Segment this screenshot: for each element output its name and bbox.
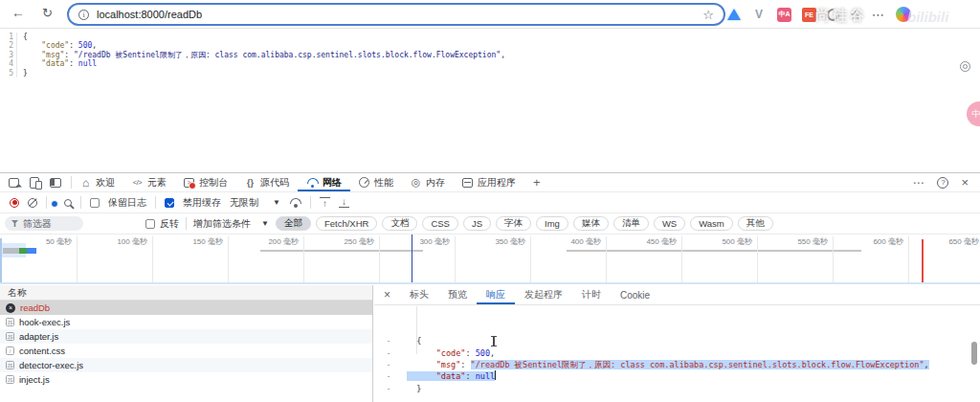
devtools-tab-label: 网络	[323, 176, 342, 190]
error-icon: ×	[6, 303, 15, 313]
response-viewer[interactable]: - {- "code": 500,- "msg": "/readDb 被Sent…	[374, 306, 980, 402]
favorites-hub-icon[interactable]: ☆	[850, 8, 861, 22]
detail-tab-标头[interactable]: 标头	[400, 285, 438, 304]
throttling-dropdown-arrow-icon[interactable]: ▼	[273, 198, 280, 207]
json-token: "/readDb 被Sentinel限制了，原因: class com.alib…	[471, 360, 924, 369]
json-token: :	[465, 371, 475, 381]
filter-chip-字体[interactable]: 字体	[496, 216, 531, 231]
invert-filter-group: 反转	[145, 217, 179, 231]
filter-chip-全部[interactable]: 全部	[276, 216, 311, 231]
address-bar[interactable]: i localhost:8000/readDb ☆	[67, 3, 725, 26]
json-token: "data"	[436, 371, 466, 381]
more-filters-dropdown[interactable]: 增加筛选条件 ▼	[193, 217, 269, 231]
close-detail-icon[interactable]: ×	[374, 285, 400, 304]
network-icon	[306, 177, 318, 189]
url-text[interactable]: localhost:8000/readDb	[97, 9, 202, 20]
devtools-tab-网络[interactable]: 网络	[298, 173, 350, 191]
timeline-tick-label: 650 毫秒	[948, 236, 979, 247]
search-icon[interactable]	[64, 199, 72, 207]
throttling-select[interactable]: 无限制	[230, 196, 258, 210]
json-token: :	[69, 59, 78, 68]
export-har-icon[interactable]: ↓	[339, 197, 349, 208]
inspect-element-icon[interactable]	[9, 178, 19, 188]
browser-toolbar: ← ↻ i localhost:8000/readDb ☆ V 中A FE ☆ …	[0, 0, 980, 29]
filter-chip-Fetch/XHR[interactable]: Fetch/XHR	[316, 216, 377, 231]
json-token	[23, 59, 41, 68]
request-row-detector-exec.js[interactable]: JSdetector-exec.js	[0, 358, 372, 372]
devtools-tab-label: 元素	[147, 176, 167, 190]
devtools-tab-控制台[interactable]: 控制台	[175, 173, 236, 191]
back-icon[interactable]: ←	[11, 5, 25, 20]
request-row-readDb[interactable]: ×readDb	[0, 301, 372, 315]
site-info-icon[interactable]: i	[78, 10, 89, 20]
filter-chip-其他[interactable]: 其他	[738, 216, 773, 231]
detail-tab-计时[interactable]: 计时	[572, 285, 611, 304]
css-file-icon: /	[6, 346, 14, 355]
request-row-hook-exec.js[interactable]: JShook-exec.js	[0, 315, 372, 329]
json-viewer-settings-gear-icon[interactable]	[960, 61, 970, 72]
refresh-icon[interactable]: ↻	[42, 6, 53, 20]
more-tabs-button[interactable]: +	[524, 173, 549, 191]
import-har-icon[interactable]: ↑	[320, 197, 330, 208]
filter-input[interactable]: 筛选器	[5, 216, 83, 231]
home-icon	[80, 177, 91, 189]
disable-cache-checkbox[interactable]	[165, 198, 174, 208]
filter-chip-WS[interactable]: WS	[654, 216, 685, 231]
filter-chip-媒体[interactable]: 媒体	[573, 216, 609, 231]
request-name: readDb	[20, 302, 50, 313]
dock-side-icon[interactable]	[50, 178, 61, 188]
clear-network-log-button[interactable]	[28, 198, 37, 208]
line-number: 1	[4, 33, 17, 41]
invert-checkbox[interactable]	[145, 219, 155, 229]
name-column-header[interactable]: 名称	[0, 285, 372, 301]
copilot-icon[interactable]	[896, 7, 911, 22]
invert-label: 反转	[160, 217, 179, 231]
detail-tab-Cookie[interactable]: Cookie	[611, 285, 659, 304]
filter-chip-JS[interactable]: JS	[463, 216, 491, 231]
drive-extension-icon[interactable]	[727, 9, 741, 20]
devtools-menu-icon[interactable]: ⋯	[912, 176, 924, 190]
devtools-tab-内存[interactable]: 内存	[402, 173, 454, 191]
gutter-marker: -	[384, 347, 393, 359]
timeline-gridline	[303, 236, 304, 282]
extensions-puzzle-icon[interactable]	[827, 9, 839, 21]
detail-tab-预览[interactable]: 预览	[438, 285, 477, 304]
filter-chip-文档[interactable]: 文档	[382, 216, 417, 231]
help-icon[interactable]: ?	[937, 177, 948, 189]
device-toolbar-icon[interactable]	[30, 177, 39, 189]
extensions-bar: V 中A FE ☆ ⋯	[727, 0, 911, 29]
filter-chip-清单[interactable]: 清单	[613, 216, 649, 231]
request-row-adapter.js[interactable]: JSadapter.js	[0, 329, 372, 344]
detail-tab-发起程序[interactable]: 发起程序	[515, 285, 572, 304]
devtools-tab-label: 应用程序	[478, 176, 516, 190]
response-line: - "msg": "/readDb 被Sentinel限制了，原因: class…	[374, 359, 980, 370]
devtools-tab-元素[interactable]: 元素	[123, 173, 175, 191]
favorite-star-icon[interactable]: ☆	[702, 8, 714, 22]
filter-chip-Img[interactable]: Img	[536, 216, 568, 231]
request-row-inject.js[interactable]: JSinject.js	[0, 372, 372, 387]
devtools-tab-欢迎[interactable]: 欢迎	[72, 173, 123, 191]
network-conditions-icon[interactable]	[289, 197, 301, 208]
devtools-tab-应用程序[interactable]: 应用程序	[454, 173, 524, 191]
filter-chip-CSS[interactable]: CSS	[422, 216, 458, 231]
elements-icon	[132, 177, 143, 189]
detail-tab-响应[interactable]: 响应	[477, 285, 515, 304]
devtools-tab-性能[interactable]: 性能	[350, 173, 402, 191]
translate-floating-button[interactable]: 中A	[967, 101, 980, 126]
request-row-content.css[interactable]: /content.css	[0, 344, 372, 358]
translate-extension-icon[interactable]: 中A	[777, 8, 791, 22]
v-extension-icon[interactable]: V	[751, 8, 767, 21]
preserve-log-checkbox[interactable]	[90, 198, 100, 208]
fe-helper-extension-icon[interactable]: FE	[802, 8, 816, 22]
line-number: 4	[4, 59, 17, 68]
record-network-log-button[interactable]	[10, 198, 19, 208]
filter-chip-Wasm[interactable]: Wasm	[690, 216, 733, 231]
response-scrollbar-thumb[interactable]	[971, 342, 977, 365]
close-devtools-icon[interactable]: ×	[961, 175, 969, 190]
network-overview-timeline[interactable]: 50 毫秒100 毫秒150 毫秒200 毫秒250 毫秒300 毫秒350 毫…	[0, 234, 980, 284]
json-token	[407, 360, 436, 369]
devtools-tab-源代码[interactable]: 源代码	[236, 173, 298, 191]
request-name: adapter.js	[19, 331, 58, 342]
response-line-content: "code": 500,	[407, 347, 495, 359]
browser-menu-icon[interactable]: ⋯	[872, 8, 885, 22]
